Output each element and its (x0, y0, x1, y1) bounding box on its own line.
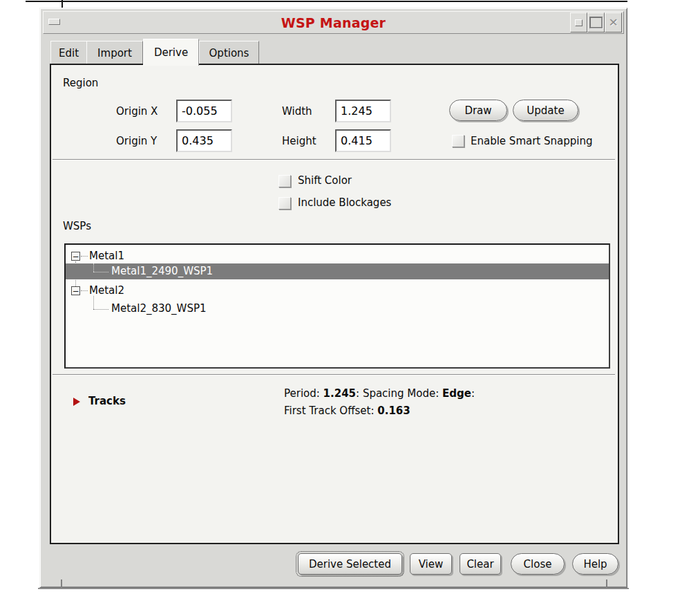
tab-derive[interactable]: Derive (143, 39, 199, 66)
tree-node-metal1[interactable]: Metal1 (89, 250, 124, 263)
period-value: 1.245 (323, 387, 356, 400)
tree-connector (93, 272, 108, 272)
spacing-mode-value: Edge (442, 387, 471, 400)
tree-connector (93, 309, 108, 310)
tab-options[interactable]: Options (199, 41, 259, 64)
spacing-mode-label: : Spacing Mode: (356, 387, 442, 400)
iconify-dot-icon (575, 19, 583, 26)
wsps-tree[interactable]: − Metal1 Metal1_2490_WSP1 − Metal2 Metal… (64, 243, 610, 369)
enable-smart-snapping-label: Enable Smart Snapping (471, 135, 592, 147)
view-button[interactable]: View (410, 553, 452, 575)
background-window-edge-tick (62, 0, 63, 8)
tab-import-label: Import (97, 47, 132, 59)
shift-color-checkbox[interactable] (278, 175, 291, 187)
close-x-icon: ✕ (608, 17, 618, 28)
height-label: Height (282, 135, 316, 147)
tab-derive-label: Derive (154, 46, 188, 59)
tree-connector (81, 256, 88, 257)
update-button[interactable]: Update (513, 100, 578, 121)
maximize-button[interactable] (587, 12, 605, 33)
origin-y-label: Origin Y (116, 135, 157, 147)
tracks-section-label[interactable]: Tracks (88, 395, 126, 407)
origin-x-label: Origin X (116, 105, 158, 118)
tab-import[interactable]: Import (86, 41, 143, 64)
separator (53, 374, 615, 375)
frame-resize-notch (61, 579, 62, 588)
close-button[interactable]: ✕ (605, 12, 622, 33)
tracks-info-line2: First Track Offset: 0.163 (284, 405, 410, 417)
derive-tab-panel: Region Origin X Width Draw Update Origin… (50, 64, 619, 544)
tab-edit[interactable]: Edit (50, 41, 87, 64)
tab-options-label: Options (209, 47, 249, 59)
tracks-info-line1: Period: 1.245: Spacing Mode: Edge: (284, 387, 475, 400)
frame-resize-notch (606, 579, 607, 588)
tree-leaf-metal2-830-wsp1[interactable]: Metal2_830_WSP1 (111, 302, 207, 316)
close-window-button[interactable]: Close (511, 553, 565, 575)
collapse-icon[interactable]: − (71, 252, 80, 261)
shift-color-label: Shift Color (298, 174, 352, 187)
window-title: WSP Manager (44, 15, 623, 30)
width-input[interactable] (335, 100, 391, 122)
first-track-offset-value: 0.163 (377, 405, 410, 417)
tree-node-metal2[interactable]: Metal2 (89, 284, 124, 298)
collapse-icon[interactable]: − (71, 286, 80, 295)
tree-connector (93, 296, 94, 309)
region-section-label: Region (63, 77, 98, 89)
tab-edit-label: Edit (59, 47, 79, 59)
first-track-offset-label: First Track Offset: (284, 405, 377, 417)
include-blockages-label: Include Blockages (298, 196, 391, 209)
tree-leaf-label: Metal1_2490_WSP1 (111, 265, 213, 279)
derive-selected-button[interactable]: Derive Selected (298, 553, 402, 575)
clear-button[interactable]: Clear (460, 553, 501, 575)
tree-row-metal1-2490-wsp1-selected[interactable]: Metal1_2490_WSP1 (66, 263, 609, 279)
expand-arrow-icon[interactable] (73, 398, 80, 406)
separator (53, 159, 615, 160)
maximize-square-icon (589, 17, 603, 28)
titlebar[interactable]: WSP Manager ✕ (43, 11, 624, 34)
draw-button[interactable]: Draw (449, 100, 507, 121)
background-window-edge-bottom (38, 588, 629, 589)
include-blockages-checkbox[interactable] (278, 197, 291, 210)
spacing-suffix: : (471, 387, 475, 400)
iconify-button[interactable] (570, 12, 587, 33)
background-window-edge-top (26, 1, 627, 2)
wsps-section-label: WSPs (63, 220, 91, 232)
origin-y-input[interactable] (176, 129, 232, 152)
wsp-manager-window: WSP Manager ✕ Edit Import Derive Options… (39, 8, 627, 588)
width-label: Width (282, 105, 312, 118)
enable-smart-snapping-checkbox[interactable] (452, 135, 464, 147)
tree-connector (81, 290, 88, 291)
period-label: Period: (284, 387, 323, 400)
origin-x-input[interactable] (176, 100, 232, 122)
height-input[interactable] (335, 129, 391, 152)
help-button[interactable]: Help (572, 553, 618, 575)
tree-connector (93, 263, 94, 272)
